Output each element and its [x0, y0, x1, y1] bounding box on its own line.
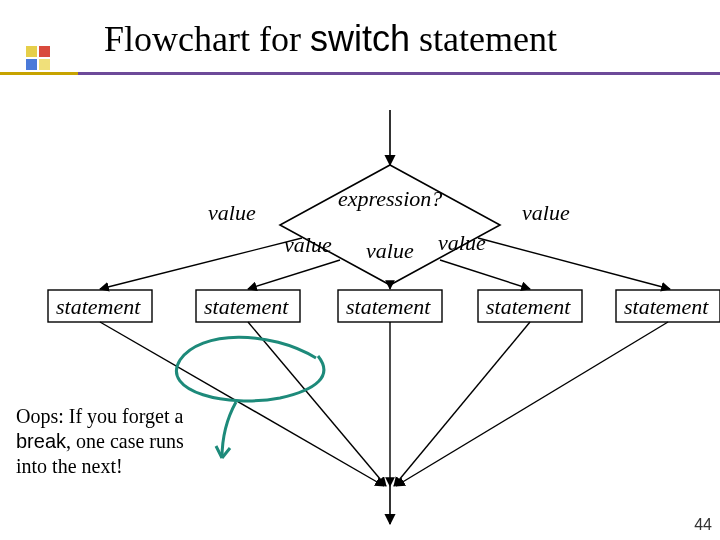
slide: Flowchart for switch statement [0, 0, 720, 540]
note-line2-tail: , one case runs [66, 430, 184, 452]
value-label-1: value [208, 200, 256, 226]
statement-2: statement [204, 294, 288, 320]
svg-rect-3 [39, 59, 50, 70]
bullet-icon [24, 44, 52, 72]
svg-line-9 [440, 260, 530, 289]
svg-rect-0 [26, 46, 37, 57]
title-post: statement [410, 19, 557, 59]
value-label-2: value [284, 232, 332, 258]
svg-line-20 [396, 322, 668, 486]
statement-5: statement [624, 294, 708, 320]
accent-bar [0, 72, 720, 75]
statement-4: statement [486, 294, 570, 320]
svg-marker-5 [280, 165, 500, 285]
note-line1: Oops: If you forget a [16, 405, 183, 427]
svg-line-10 [478, 238, 670, 289]
title-pre: Flowchart for [104, 19, 310, 59]
oops-note: Oops: If you forget a break, one case ru… [16, 404, 246, 479]
svg-line-19 [394, 322, 530, 486]
svg-line-7 [248, 260, 340, 289]
decision-label: expression? [338, 186, 442, 212]
svg-rect-2 [26, 59, 37, 70]
value-label-4: value [438, 230, 486, 256]
title-code: switch [310, 18, 410, 59]
note-keyword: break [16, 430, 66, 452]
value-label-5: value [522, 200, 570, 226]
svg-rect-1 [39, 46, 50, 57]
note-line3: into the next! [16, 455, 123, 477]
page-number: 44 [694, 516, 712, 534]
svg-line-17 [248, 322, 386, 486]
statement-3: statement [346, 294, 430, 320]
slide-title: Flowchart for switch statement [104, 18, 557, 60]
statement-1: statement [56, 294, 140, 320]
value-label-3: value [366, 238, 414, 264]
svg-line-6 [100, 238, 302, 289]
